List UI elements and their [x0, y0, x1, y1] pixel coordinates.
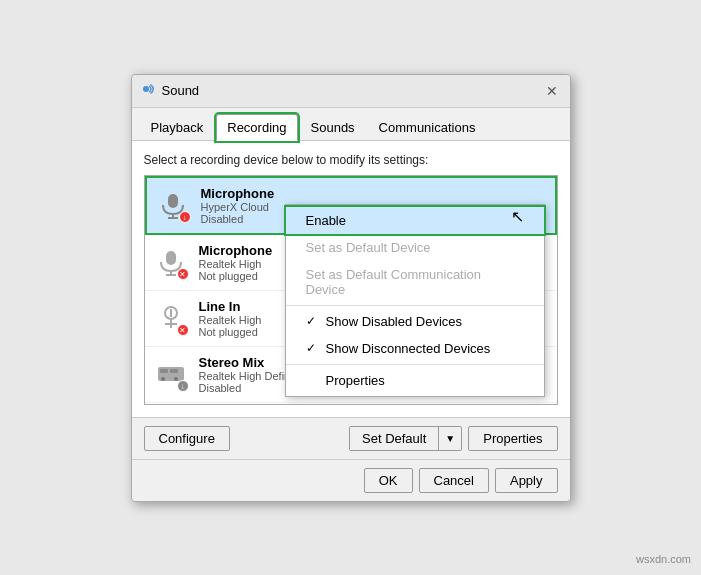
device-icon-line-in: ✕ [153, 300, 189, 336]
svg-rect-12 [160, 369, 168, 373]
ctx-show-disconnected[interactable]: ✓ Show Disconnected Devices [286, 335, 544, 362]
device-name-hyperx: Microphone [201, 186, 547, 201]
title-bar: Sound ✕ [132, 75, 570, 108]
ctx-separator-2 [286, 364, 544, 365]
device-item-hyperx[interactable]: ↓ Microphone HyperX Cloud Disabled Enabl… [145, 176, 557, 235]
ctx-properties[interactable]: Properties [286, 367, 544, 394]
tab-bar: Playback Recording Sounds Communications [132, 108, 570, 141]
configure-button[interactable]: Configure [144, 426, 230, 451]
device-icon-hyperx: ↓ [155, 187, 191, 223]
title-bar-left: Sound [140, 81, 200, 100]
ctx-enable[interactable]: Enable ↖ [286, 207, 544, 234]
ok-button[interactable]: OK [364, 468, 413, 493]
set-default-main[interactable]: Set Default [350, 427, 438, 450]
dialog-action-buttons: OK Cancel Apply [132, 459, 570, 501]
close-button[interactable]: ✕ [542, 81, 562, 101]
ctx-properties-label: Properties [326, 373, 385, 388]
sound-icon [140, 81, 156, 100]
set-default-arrow[interactable]: ▼ [438, 427, 461, 450]
svg-rect-4 [166, 251, 176, 265]
device-icon-stereo-mix: ↓ [153, 356, 189, 392]
cancel-button[interactable]: Cancel [419, 468, 489, 493]
svg-point-14 [161, 377, 165, 381]
tab-recording[interactable]: Recording [216, 114, 297, 141]
apply-button[interactable]: Apply [495, 468, 558, 493]
ctx-enable-label: Enable [306, 213, 346, 228]
tab-sounds[interactable]: Sounds [300, 114, 366, 140]
device-list: ↓ Microphone HyperX Cloud Disabled Enabl… [144, 175, 558, 405]
tab-playback[interactable]: Playback [140, 114, 215, 140]
svg-rect-1 [168, 194, 178, 208]
properties-button[interactable]: Properties [468, 426, 557, 451]
tab-communications[interactable]: Communications [368, 114, 487, 140]
svg-rect-13 [170, 369, 178, 373]
check-disconnected-icon: ✓ [306, 341, 320, 355]
device-icon-realtek-mic: ✕ [153, 244, 189, 280]
ctx-set-default[interactable]: Set as Default Device [286, 234, 544, 261]
set-default-split[interactable]: Set Default ▼ [349, 426, 462, 451]
check-disabled-icon: ✓ [306, 314, 320, 328]
svg-point-0 [143, 86, 149, 92]
window-title: Sound [162, 83, 200, 98]
cursor-arrow: ↖ [511, 207, 524, 226]
ctx-separator-1 [286, 305, 544, 306]
watermark: wsxdn.com [636, 553, 691, 565]
ctx-show-disabled[interactable]: ✓ Show Disabled Devices [286, 308, 544, 335]
svg-point-15 [174, 377, 178, 381]
right-buttons: Set Default ▼ Properties [349, 426, 557, 451]
ctx-show-disconnected-label: Show Disconnected Devices [326, 341, 491, 356]
ctx-show-disabled-label: Show Disabled Devices [326, 314, 463, 329]
device-action-buttons: Configure Set Default ▼ Properties [132, 417, 570, 459]
ctx-set-default-label: Set as Default Device [306, 240, 431, 255]
description-text: Select a recording device below to modif… [144, 153, 558, 167]
dialog-body: Select a recording device below to modif… [132, 141, 570, 417]
ctx-set-default-comm[interactable]: Set as Default Communication Device [286, 261, 544, 303]
context-menu: Enable ↖ Set as Default Device Set as De… [285, 204, 545, 397]
ctx-set-default-comm-label: Set as Default Communication Device [306, 267, 524, 297]
sound-dialog: Sound ✕ Playback Recording Sounds Commun… [131, 74, 571, 502]
